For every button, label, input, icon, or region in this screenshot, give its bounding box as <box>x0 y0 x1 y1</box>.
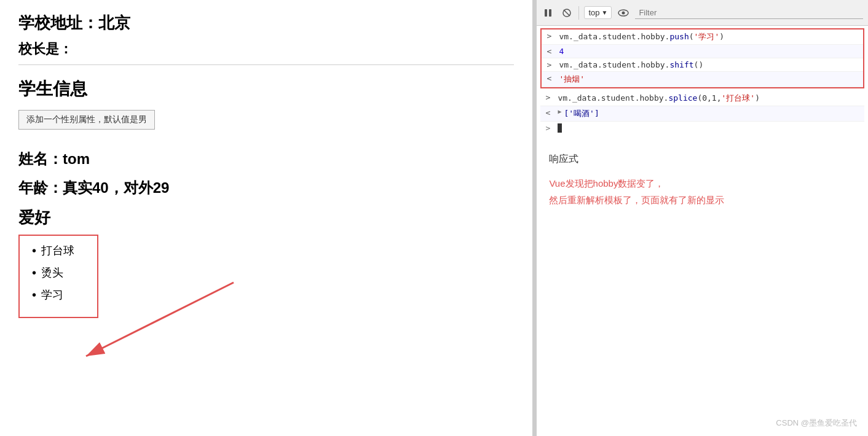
svg-point-7 <box>622 11 625 14</box>
console-output-1: < 4 <box>542 45 863 58</box>
method-3: splice <box>668 93 697 103</box>
args-2: () <box>694 60 704 69</box>
divider <box>18 64 514 65</box>
left-panel: 学校地址：北京 校长是： 学生信息 添加一个性别属性，默认值是男 姓名：tom … <box>0 0 532 436</box>
student-name: 姓名：tom <box>18 149 514 169</box>
code-3: vm._data.student.hobby.splice(0,1,'打台球') <box>558 93 859 104</box>
hobby-list: 打台球 烫头 学习 <box>32 243 85 302</box>
console-input-1: > vm._data.student.hobby.push('学习') <box>542 29 863 45</box>
devtools-block-icon[interactable] <box>560 6 574 20</box>
result-2: '抽烟' <box>559 74 585 85</box>
hobby-title: 爱好 <box>18 207 514 228</box>
console-input-3: > vm._data.student.hobby.splice(0,1,'打台球… <box>540 91 864 106</box>
devtools-toolbar: top ▼ <box>537 0 868 26</box>
result-3: ['喝酒'] <box>564 108 599 119</box>
svg-rect-3 <box>549 9 551 17</box>
string-arg-3: '打台球' <box>722 93 756 103</box>
student-age: 年龄：真实40，对外29 <box>18 178 514 198</box>
hobby-list-box: 打台球 烫头 学习 <box>18 235 98 318</box>
annotation-title: 响应式 <box>549 153 856 166</box>
code-1: vm._data.student.hobby.push('学习') <box>559 31 858 42</box>
code-2: vm._data.student.hobby.shift() <box>559 60 858 69</box>
devtools-play-icon[interactable] <box>542 6 555 20</box>
prompt-out-2: < <box>546 74 555 83</box>
hobby-item-2: 烫头 <box>32 265 85 280</box>
prompt-1: > <box>546 31 555 41</box>
console-output-3: < ▶ ['喝酒'] <box>540 106 864 122</box>
school-address: 学校地址：北京 <box>18 12 514 34</box>
code-prefix-3: vm._data.student.hobby. <box>558 93 668 103</box>
prompt-out-1: < <box>546 47 555 56</box>
code-prefix-1: vm._data.student.hobby. <box>559 32 669 41</box>
annotation-desc: Vue发现把hobby数据变了，然后重新解析模板了，页面就有了新的显示 <box>549 175 856 208</box>
method-1: push <box>669 32 688 41</box>
prompt-out-3: < <box>545 108 554 117</box>
svg-line-5 <box>564 10 570 16</box>
devtools-eye-icon[interactable] <box>617 6 630 20</box>
prompt-3: > <box>545 93 554 102</box>
student-info-title: 学生信息 <box>18 77 514 101</box>
cursor <box>558 123 562 133</box>
args-3: (0,1, <box>697 93 721 103</box>
expand-icon[interactable]: ▶ <box>558 108 561 115</box>
context-label: top <box>588 8 599 17</box>
add-gender-button[interactable]: 添加一个性别属性，默认值是男 <box>18 110 155 130</box>
devtools-panel: top ▼ > vm._data.student.hobby.push('学习'… <box>536 0 868 436</box>
hobby-item-3: 学习 <box>32 287 85 302</box>
string-arg-1: '学习' <box>694 32 720 41</box>
prompt-2: > <box>546 60 555 69</box>
filter-input[interactable] <box>635 7 863 19</box>
console-input-2: > vm._data.student.hobby.shift() <box>542 58 863 72</box>
console-cursor-line: > <box>540 122 864 134</box>
principal: 校长是： <box>18 40 514 58</box>
toolbar-separator <box>578 6 579 20</box>
svg-rect-2 <box>545 9 547 17</box>
paren-close-1: ) <box>719 32 724 41</box>
paren-3: ) <box>755 93 760 103</box>
csdn-watermark: CSDN @墨鱼爱吃圣代 <box>776 418 857 429</box>
hobby-item-1: 打台球 <box>32 243 85 258</box>
result-1: 4 <box>559 47 564 56</box>
chevron-down-icon: ▼ <box>601 9 607 16</box>
args-1: ( <box>689 32 694 41</box>
code-prefix-2: vm._data.student.hobby. <box>559 60 669 69</box>
console-area: > vm._data.student.hobby.push('学习') < 4 … <box>537 26 868 436</box>
cursor-prompt: > <box>545 123 554 133</box>
context-dropdown[interactable]: top ▼ <box>584 6 612 19</box>
method-2: shift <box>669 60 693 69</box>
annotation-area: 响应式 Vue发现把hobby数据变了，然后重新解析模板了，页面就有了新的显示 <box>537 134 868 220</box>
console-output-2: < '抽烟' <box>542 72 863 87</box>
console-highlight-box: > vm._data.student.hobby.push('学习') < 4 … <box>540 28 864 88</box>
